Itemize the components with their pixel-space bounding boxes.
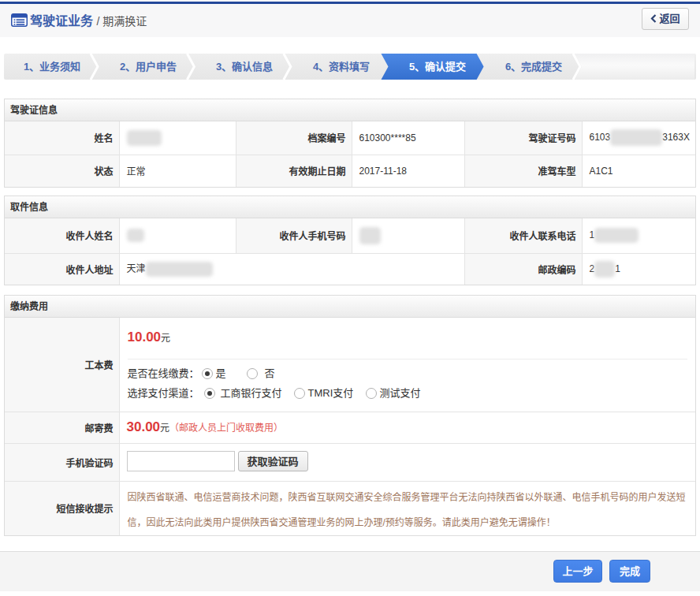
svg-text:4、资料填写: 4、资料填写 bbox=[313, 61, 370, 73]
svg-text:1、业务须知: 1、业务须知 bbox=[24, 61, 80, 73]
svg-text:3、确认信息: 3、确认信息 bbox=[216, 61, 273, 73]
svg-text:6、完成提交: 6、完成提交 bbox=[505, 61, 562, 73]
svg-text:5、确认提交: 5、确认提交 bbox=[409, 61, 466, 73]
svg-text:2、用户申告: 2、用户申告 bbox=[120, 61, 177, 73]
